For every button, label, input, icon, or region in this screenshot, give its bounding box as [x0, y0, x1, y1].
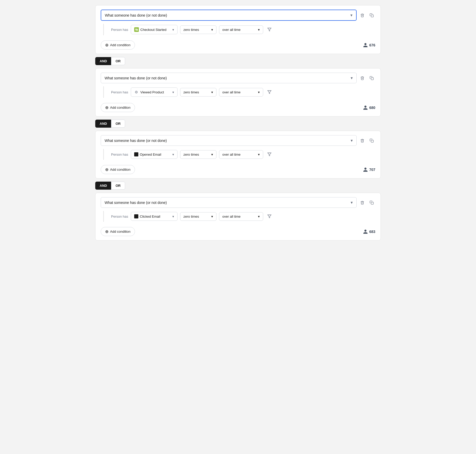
timerange-dropdown-3[interactable]: over all time ▾: [219, 150, 263, 159]
copy-button-3[interactable]: [368, 137, 375, 144]
count-display-4: 683: [363, 229, 375, 234]
condition-footer-4: ⊕ Add condition 683: [101, 225, 375, 236]
or-button-2[interactable]: OR: [111, 120, 125, 128]
timerange-label-2: over all time: [222, 90, 241, 94]
timerange-label-4: over all time: [222, 215, 241, 218]
or-button-1[interactable]: OR: [111, 57, 125, 65]
condition-block-4: What someone has done (or not done) ▾ Pe…: [95, 193, 381, 240]
event-chevron-3: ▾: [172, 153, 174, 156]
add-condition-label-4: Add condition: [110, 230, 131, 233]
main-dropdown-1[interactable]: What someone has done (or not done) ▾: [101, 10, 357, 21]
timerange-chevron-2: ▾: [258, 90, 260, 94]
svg-marker-5: [268, 153, 271, 156]
add-condition-button-4[interactable]: ⊕ Add condition: [101, 227, 135, 236]
person-icon-2: [363, 105, 368, 110]
person-icon-3: [363, 167, 368, 172]
person-has-label-2: Person has: [111, 90, 128, 94]
event-label-3: Opened Email: [140, 153, 161, 156]
event-dropdown-4[interactable]: Clicked Email ▾: [131, 212, 178, 221]
copy-button-4[interactable]: [368, 199, 375, 206]
count-value-2: 680: [369, 106, 375, 110]
and-button-3[interactable]: AND: [95, 182, 111, 190]
svg-rect-0: [371, 15, 373, 17]
and-button-2[interactable]: AND: [95, 120, 111, 128]
timerange-dropdown-4[interactable]: over all time ▾: [219, 212, 263, 221]
condition-header-2: What someone has done (or not done) ▾: [101, 73, 375, 83]
condition-block-2: What someone has done (or not done) ▾ Pe…: [95, 68, 381, 116]
condition-row-1: Person has 🛍 Checkout Started ▾ zero tim…: [103, 24, 375, 35]
main-dropdown-label-4: What someone has done (or not done): [105, 201, 167, 205]
filter-button-1[interactable]: [266, 26, 273, 33]
or-button-3[interactable]: OR: [111, 182, 125, 190]
event-dropdown-1[interactable]: 🛍 Checkout Started ▾: [131, 25, 178, 34]
count-display-2: 680: [363, 105, 375, 110]
frequency-label-2: zero times: [183, 90, 199, 94]
freq-chevron-2: ▾: [211, 90, 213, 94]
gear-icon-2: ⚙: [134, 90, 139, 94]
delete-button-3[interactable]: [359, 137, 366, 144]
person-icon-1: [363, 43, 368, 48]
timerange-label-1: over all time: [222, 28, 241, 32]
timerange-label-3: over all time: [222, 153, 241, 156]
frequency-dropdown-4[interactable]: zero times ▾: [180, 212, 216, 221]
timerange-dropdown-2[interactable]: over all time ▾: [219, 88, 263, 97]
delete-button-2[interactable]: [359, 74, 366, 82]
add-condition-label-2: Add condition: [110, 106, 131, 109]
main-dropdown-2[interactable]: What someone has done (or not done) ▾: [101, 73, 357, 83]
email-icon-3: [134, 152, 138, 156]
copy-button-1[interactable]: [368, 12, 375, 19]
filter-button-3[interactable]: [266, 151, 273, 158]
count-value-1: 676: [369, 43, 375, 47]
timerange-chevron-1: ▾: [258, 28, 260, 32]
add-condition-label-1: Add condition: [110, 43, 131, 47]
main-dropdown-4[interactable]: What someone has done (or not done) ▾: [101, 197, 357, 208]
timerange-chevron-3: ▾: [258, 153, 260, 156]
freq-chevron-3: ▾: [211, 153, 213, 156]
plus-icon-4: ⊕: [105, 229, 108, 234]
timerange-dropdown-1[interactable]: over all time ▾: [219, 25, 263, 34]
main-dropdown-label-1: What someone has done (or not done): [105, 13, 167, 17]
filter-button-2[interactable]: [266, 88, 273, 96]
frequency-dropdown-3[interactable]: zero times ▾: [180, 150, 216, 159]
and-or-separator-1: AND OR: [95, 54, 381, 68]
condition-row-4: Person has Clicked Email ▾ zero times ▾ …: [103, 211, 375, 222]
event-dropdown-2[interactable]: ⚙ Viewed Product ▾: [131, 87, 178, 97]
freq-chevron-1: ▾: [211, 28, 213, 32]
condition-block-3: What someone has done (or not done) ▾ Pe…: [95, 131, 381, 178]
page-container: What someone has done (or not done) ▾ Pe…: [95, 5, 381, 240]
frequency-label-4: zero times: [183, 215, 199, 218]
copy-button-2[interactable]: [368, 74, 375, 82]
add-condition-button-3[interactable]: ⊕ Add condition: [101, 165, 135, 174]
delete-button-1[interactable]: [359, 12, 366, 19]
event-dropdown-3[interactable]: Opened Email ▾: [131, 150, 178, 159]
main-dropdown-3[interactable]: What someone has done (or not done) ▾: [101, 135, 357, 146]
event-label-1: Checkout Started: [140, 28, 166, 32]
frequency-dropdown-2[interactable]: zero times ▾: [180, 88, 216, 97]
chevron-icon-1: ▾: [350, 13, 352, 18]
add-condition-button-1[interactable]: ⊕ Add condition: [101, 40, 135, 50]
add-condition-button-2[interactable]: ⊕ Add condition: [101, 103, 135, 112]
condition-block-1: What someone has done (or not done) ▾ Pe…: [95, 5, 381, 54]
event-chevron-2: ▾: [172, 90, 174, 94]
main-dropdown-label-3: What someone has done (or not done): [105, 139, 167, 143]
main-dropdown-label-2: What someone has done (or not done): [105, 76, 167, 80]
filter-button-4[interactable]: [266, 213, 273, 220]
frequency-dropdown-1[interactable]: zero times ▾: [180, 25, 216, 34]
event-label-4: Clicked Email: [140, 215, 160, 218]
shopify-icon-1: 🛍: [134, 27, 139, 32]
condition-footer-2: ⊕ Add condition 680: [101, 101, 375, 112]
freq-chevron-4: ▾: [211, 215, 213, 218]
event-chevron-4: ▾: [172, 215, 174, 218]
person-has-label-1: Person has: [111, 28, 128, 32]
svg-marker-3: [268, 91, 271, 94]
and-button-1[interactable]: AND: [95, 57, 111, 65]
chevron-icon-4: ▾: [351, 200, 353, 205]
delete-button-4[interactable]: [359, 199, 366, 206]
count-value-3: 707: [369, 168, 375, 172]
condition-footer-3: ⊕ Add condition 707: [101, 163, 375, 174]
timerange-chevron-4: ▾: [258, 215, 260, 218]
person-icon-4: [363, 229, 368, 234]
condition-row-2: Person has ⚙ Viewed Product ▾ zero times…: [103, 86, 375, 98]
frequency-label-3: zero times: [183, 153, 199, 156]
condition-footer-1: ⊕ Add condition 676: [101, 38, 375, 50]
